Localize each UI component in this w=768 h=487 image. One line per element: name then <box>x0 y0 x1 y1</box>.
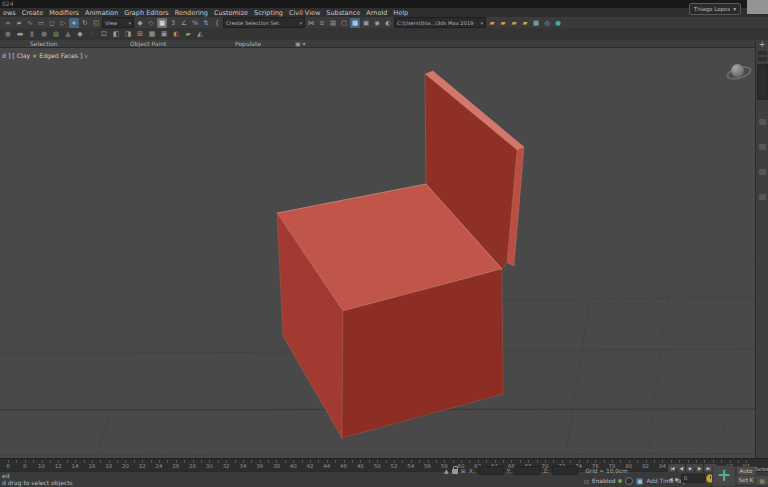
save-folder-icon[interactable]: ▰ <box>498 18 508 28</box>
next-frame-button[interactable]: |▶ <box>695 464 703 472</box>
material-editor-icon[interactable]: ◉ <box>372 18 382 28</box>
mirror-icon[interactable]: ⋈ <box>306 18 316 28</box>
render-flyout-icon[interactable]: ◐ <box>383 18 393 28</box>
viewport-shading-label[interactable]: d ] [ Clay + Edged Faces ] <box>2 52 82 59</box>
torus-primitive-icon[interactable]: ◍ <box>51 29 61 39</box>
polygon-mode-icon[interactable]: ⊞ <box>135 29 145 39</box>
align-icon[interactable]: ≡ <box>317 18 327 28</box>
crossing-selection-icon[interactable]: ◻ <box>47 18 57 28</box>
menu-item-modifiers[interactable]: Modifiers <box>46 9 82 17</box>
selection-lock-icon[interactable] <box>452 469 458 474</box>
prev-frame-button[interactable]: ◀| <box>677 464 685 472</box>
ribbon-flyout-icon[interactable]: ▣ ▾ <box>295 40 306 48</box>
select-rotate-icon[interactable]: ↻ <box>80 18 90 28</box>
menu-item-substance[interactable]: Substance <box>323 9 363 17</box>
rendered-frame-icon[interactable]: ◎ <box>542 18 552 28</box>
open-folder-icon[interactable]: ▰ <box>487 18 497 28</box>
tab-populate[interactable]: Populate <box>235 40 261 48</box>
swift-loop-icon[interactable]: ◐ <box>171 29 181 39</box>
isolate-toggle-icon[interactable]: ▲ <box>444 467 449 474</box>
snaps-toggle-icon[interactable]: 3 <box>168 18 178 28</box>
select-scale-icon[interactable]: ◱ <box>91 18 101 28</box>
set-key-button[interactable]: Set K <box>736 475 756 485</box>
sphere-primitive-icon[interactable]: ● <box>39 29 49 39</box>
selected-filter-label[interactable]: Selected <box>755 466 768 472</box>
go-start-button[interactable]: |◀ <box>668 464 676 472</box>
ref-coord-dropdown[interactable]: View▾ <box>102 17 134 28</box>
cone-primitive-icon[interactable]: ▲ <box>63 29 73 39</box>
element-mode-icon[interactable]: ▦ <box>147 29 157 39</box>
panel-button[interactable] <box>759 169 766 175</box>
selection-set-dropdown[interactable]: Create Selection Set▾ <box>223 17 305 28</box>
selection-region-icon[interactable]: ▭ <box>36 18 46 28</box>
pyramid-primitive-icon[interactable]: ◆ <box>75 29 85 39</box>
vertex-mode-icon[interactable]: ⊡ <box>99 29 109 39</box>
layer-manager-icon[interactable]: ▤ <box>328 18 338 28</box>
tab-selection[interactable]: Selection <box>30 40 58 48</box>
project-folder-dropdown[interactable]: C:\Users\thia...\3ds Max 2019▾ <box>394 17 486 28</box>
bind-spacewarp-icon[interactable]: ∿ <box>25 18 35 28</box>
select-link-icon[interactable]: ∞ <box>3 18 13 28</box>
render-setup-icon[interactable]: ▦ <box>531 18 541 28</box>
scene-canvas[interactable] <box>0 48 755 458</box>
menu-item-customize[interactable]: Customize <box>211 9 251 17</box>
play-button[interactable]: ▶ <box>686 464 694 472</box>
x-coordinate-field[interactable] <box>478 466 504 475</box>
angle-snap-icon[interactable]: ∠ <box>179 18 189 28</box>
perspective-viewport[interactable]: d ] [ Clay + Edged Faces ] ∨ <box>0 48 755 458</box>
time-tag-icon[interactable]: ▦ <box>636 478 643 485</box>
status-circle-icon[interactable] <box>625 477 633 485</box>
percent-snap-icon[interactable]: % <box>190 18 200 28</box>
select-manipulate-icon[interactable]: ◇ <box>146 18 156 28</box>
plus-icon[interactable]: + <box>756 40 768 49</box>
loop-select-icon[interactable]: ▣ <box>159 29 169 39</box>
tab-object-paint[interactable]: Object Paint <box>130 40 166 48</box>
absolute-offset-icon[interactable]: ⊞ <box>461 467 466 474</box>
menu-item-animation[interactable]: Animation <box>82 9 121 17</box>
edit-selection-sets-icon[interactable]: { <box>212 18 222 28</box>
keyboard-override-icon[interactable]: ▦ <box>157 18 167 28</box>
repeat-last-icon[interactable]: ◭ <box>195 29 205 39</box>
scene-explorer-icon[interactable]: ▢ <box>339 18 349 28</box>
border-mode-icon[interactable]: ◨ <box>123 29 133 39</box>
unlink-icon[interactable]: ≠ <box>14 18 24 28</box>
go-end-button[interactable]: ▶| <box>704 464 712 472</box>
menu-item-ews[interactable]: ews <box>0 9 19 17</box>
schematic-view-icon[interactable]: ▣ <box>361 18 371 28</box>
time-slider-ruler[interactable]: 6810121416182022242628303234363840424446… <box>0 458 768 471</box>
select-object-icon[interactable]: ▷ <box>58 18 68 28</box>
import-folder-icon[interactable]: ▰ <box>509 18 519 28</box>
current-frame-field[interactable]: 0 <box>681 474 705 483</box>
panel-button[interactable] <box>759 144 766 150</box>
next-key-button[interactable]: ▶ <box>674 476 679 482</box>
menu-item-help[interactable]: Help <box>390 9 411 17</box>
export-folder-icon[interactable]: ▰ <box>520 18 530 28</box>
z-coordinate-field[interactable] <box>552 466 578 475</box>
edge-mode-icon[interactable]: ◧ <box>111 29 121 39</box>
paint-deform-icon[interactable]: ▰ <box>183 29 193 39</box>
command-panel-strip[interactable]: + <box>755 40 768 458</box>
y-coordinate-field[interactable] <box>514 466 540 475</box>
menu-item-civil-view[interactable]: Civil View <box>286 9 323 17</box>
plane-primitive-icon[interactable]: ▬ <box>15 29 25 39</box>
cylinder-primitive-icon[interactable]: ▮ <box>27 29 37 39</box>
viewport-label[interactable]: d ] [ Clay + Edged Faces ] ∨ <box>2 52 88 59</box>
panel-button[interactable] <box>759 119 766 125</box>
curve-editor-icon[interactable]: ▦ <box>350 18 360 28</box>
prev-key-button[interactable]: ◀ <box>668 476 673 482</box>
panel-button[interactable] <box>759 194 766 200</box>
workspace-dropdown[interactable]: Thiago Lopes ▾ <box>689 3 741 15</box>
menu-item-rendering[interactable]: Rendering <box>172 9 211 17</box>
key-filters-icon[interactable]: ▦ <box>755 475 768 486</box>
render-production-icon[interactable]: ● <box>553 18 563 28</box>
select-move-icon[interactable]: + <box>69 18 79 28</box>
modifier-list-box[interactable] <box>757 64 768 100</box>
menu-item-graph-editors[interactable]: Graph Editors <box>121 9 172 17</box>
menu-item-create[interactable]: Create <box>19 9 47 17</box>
divider-icon[interactable]: ∷ <box>87 29 97 39</box>
menu-item-scripting[interactable]: Scripting <box>251 9 286 17</box>
use-pivot-icon[interactable]: ◆ <box>135 18 145 28</box>
view-orbit-icon[interactable] <box>726 61 750 81</box>
box-primitive-icon[interactable]: ◼ <box>3 29 13 39</box>
spinner-snap-icon[interactable]: ⇅ <box>201 18 211 28</box>
